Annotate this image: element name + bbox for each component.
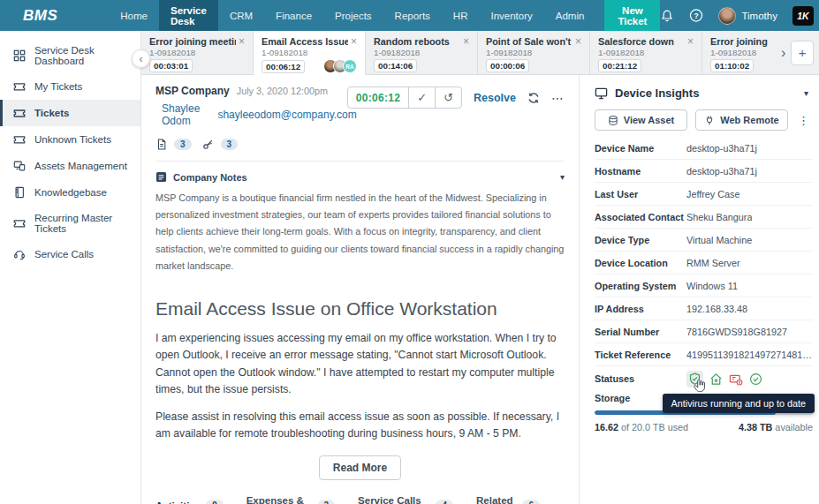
- contact-email-link[interactable]: shayleeodom@company.com: [217, 109, 356, 121]
- resolve-button[interactable]: Resolve: [474, 92, 516, 104]
- nav-item-projects[interactable]: Projects: [323, 0, 383, 31]
- collapse-caret-icon[interactable]: ▾: [804, 88, 808, 98]
- sidebar-item-unknown-tickets[interactable]: Unknown Tickets: [0, 126, 140, 153]
- view-asset-button[interactable]: View Asset: [595, 109, 687, 131]
- ticket-controls: 00:06:12 ✓ ↺ Resolve ⋯: [347, 87, 565, 109]
- panel-more-icon[interactable]: ⋮: [796, 114, 811, 127]
- check-status-icon[interactable]: [749, 372, 762, 386]
- collapse-caret-icon[interactable]: ▾: [560, 172, 565, 182]
- tab-timer: 00:00:06: [486, 59, 529, 72]
- sidebar-item-service-calls[interactable]: Service Calls: [0, 241, 140, 267]
- network-status-icon[interactable]: [709, 372, 723, 386]
- tab-related-items[interactable]: Related Items 6: [476, 495, 540, 504]
- field-associated-contact: Associated ContactSheku Bangura: [595, 206, 813, 229]
- sync-icon[interactable]: [527, 92, 540, 104]
- nav-item-admin[interactable]: Admin: [544, 0, 596, 31]
- close-icon[interactable]: ×: [351, 36, 357, 47]
- sidebar-item-recurring-master-tickets[interactable]: Recurring Master Tickets: [0, 206, 140, 241]
- ticket-detail: 00:06:12 ✓ ↺ Resolve ⋯ MSP Company July …: [141, 75, 579, 504]
- tab-expenses-charges[interactable]: Expenses & Charges 2: [246, 495, 335, 504]
- statuses-label: Statuses: [595, 373, 686, 384]
- company-name[interactable]: MSP Company: [155, 85, 230, 97]
- service-calls-count-badge: 4: [436, 500, 453, 504]
- ticket-description-paragraph: Please assist in resolving this email ac…: [155, 409, 565, 443]
- credentials-count-badge[interactable]: 3: [221, 139, 239, 150]
- add-tab-button[interactable]: +: [791, 41, 814, 65]
- patch-status-error-icon[interactable]: [729, 372, 743, 386]
- plus-icon: +: [799, 45, 807, 60]
- device-fields: Device Namedesktop-u3ha71j Hostnamedeskt…: [595, 137, 813, 366]
- tab-timer: 00:21:12: [598, 59, 641, 72]
- field-ip-address: IP Address192.168.33.48: [595, 297, 813, 320]
- user-name: Timothy: [741, 11, 777, 21]
- close-icon[interactable]: ×: [463, 36, 469, 47]
- sidebar-item-dashboard[interactable]: Service Desk Dashboard: [0, 38, 140, 73]
- undo-icon: ↺: [444, 91, 453, 104]
- ticket-tab-error-joining-2[interactable]: Error joining 1-09182018 01:10:02: [702, 31, 779, 74]
- device-insights-panel: Device Insights ▾ View Asset Web Remote …: [579, 75, 819, 504]
- nav-item-crm[interactable]: CRM: [218, 0, 264, 31]
- close-icon[interactable]: ×: [575, 36, 581, 47]
- sidebar-item-tickets[interactable]: Tickets: [0, 100, 140, 126]
- attachments-icon: [155, 138, 168, 151]
- ticket-datetime: July 3, 2020 12:00pm: [237, 86, 328, 96]
- close-icon[interactable]: ×: [687, 36, 694, 47]
- chevron-right-icon: ›: [781, 45, 785, 61]
- notifications-bell-icon[interactable]: [660, 9, 674, 23]
- nav-utilities: ? Timothy 1K: [660, 6, 813, 26]
- field-hostname: Hostnamedesktop-u3ha71j: [595, 160, 813, 183]
- nav-item-service-desk[interactable]: Service Desk: [159, 0, 218, 31]
- ticket-tabstrip: Error joining meetings× 1-09182018 00:03…: [141, 31, 819, 75]
- kaseya-logo[interactable]: 1K: [792, 6, 814, 26]
- sidebar-item-knowledgebase[interactable]: Knowledgebase: [0, 179, 140, 206]
- storage-section: Storage 16.62 of 20.0 TB used 4.38 TB av…: [595, 393, 813, 433]
- sidebar-collapse-button[interactable]: ‹: [132, 49, 150, 68]
- plug-icon: [704, 115, 715, 126]
- key-icon: [201, 138, 215, 151]
- monitor-icon: [595, 87, 608, 100]
- tab-service-calls-todos[interactable]: Service Calls & To-Dos 4: [358, 495, 453, 504]
- activities-count-badge: 9: [206, 500, 224, 504]
- dashboard-icon: [13, 49, 26, 62]
- company-notes-text: MSP Company is a boutique financial firm…: [155, 190, 565, 275]
- tab-scroll-right-button[interactable]: ›: [779, 31, 787, 74]
- new-ticket-button[interactable]: New Ticket: [604, 0, 660, 32]
- divider: [155, 161, 565, 162]
- ticket-icon: [13, 80, 26, 93]
- nav-item-finance[interactable]: Finance: [264, 0, 323, 31]
- devices-icon: [13, 160, 26, 172]
- ticket-tab-error-joining-meetings[interactable]: Error joining meetings× 1-09182018 00:03…: [141, 31, 254, 74]
- close-icon[interactable]: ×: [239, 36, 245, 47]
- timer-commit-button[interactable]: ✓: [408, 87, 435, 108]
- sidebar-item-my-tickets[interactable]: My Tickets: [0, 73, 140, 100]
- attachments-count-badge[interactable]: 3: [174, 139, 192, 150]
- nav-item-hr[interactable]: HR: [442, 0, 480, 31]
- chevron-down-icon[interactable]: [554, 498, 565, 504]
- main-menu: Home Service Desk CRM Finance Projects R…: [109, 0, 595, 31]
- web-remote-button[interactable]: Web Remote: [695, 109, 788, 131]
- sidebar-item-assets-management[interactable]: Assets Management: [0, 153, 140, 179]
- ticket-tab-salesforce-down[interactable]: Salesforce down× 1-09182018 00:21:12: [590, 31, 702, 74]
- headset-icon: [13, 248, 26, 260]
- ticket-tab-point-of-sale[interactable]: Point of Sale won't load× 1-09182018 00:…: [478, 31, 590, 74]
- device-insights-title: Device Insights: [615, 87, 699, 100]
- chevron-left-icon: ‹: [140, 53, 143, 65]
- ticket-tab-email-access-issue[interactable]: Email Access Issue on O...× 1-09182018 0…: [254, 31, 366, 75]
- activity-tabs: Activities 9 Expenses & Charges 2 Servic…: [155, 495, 565, 504]
- timer-reset-button[interactable]: ↺: [435, 87, 461, 108]
- nav-item-inventory[interactable]: Inventory: [479, 0, 543, 31]
- help-icon[interactable]: ?: [689, 9, 703, 23]
- company-notes-title: Company Notes: [173, 172, 247, 183]
- contact-name-link[interactable]: Shaylee Odom: [162, 102, 200, 127]
- more-actions-icon[interactable]: ⋯: [551, 91, 565, 105]
- nav-item-home[interactable]: Home: [109, 0, 159, 31]
- tab-activities[interactable]: Activities 9: [155, 500, 224, 504]
- read-more-button[interactable]: Read More: [319, 455, 401, 480]
- asset-icon: [608, 115, 618, 126]
- user-menu[interactable]: Timothy: [718, 7, 777, 25]
- nav-item-reports[interactable]: Reports: [383, 0, 442, 31]
- ticket-tab-random-reboots[interactable]: Random reboots× 1-09182018 00:14:06: [366, 31, 478, 74]
- ticket-icon: [13, 217, 26, 229]
- tab-timer: 00:14:06: [374, 59, 417, 72]
- book-icon: [13, 186, 26, 199]
